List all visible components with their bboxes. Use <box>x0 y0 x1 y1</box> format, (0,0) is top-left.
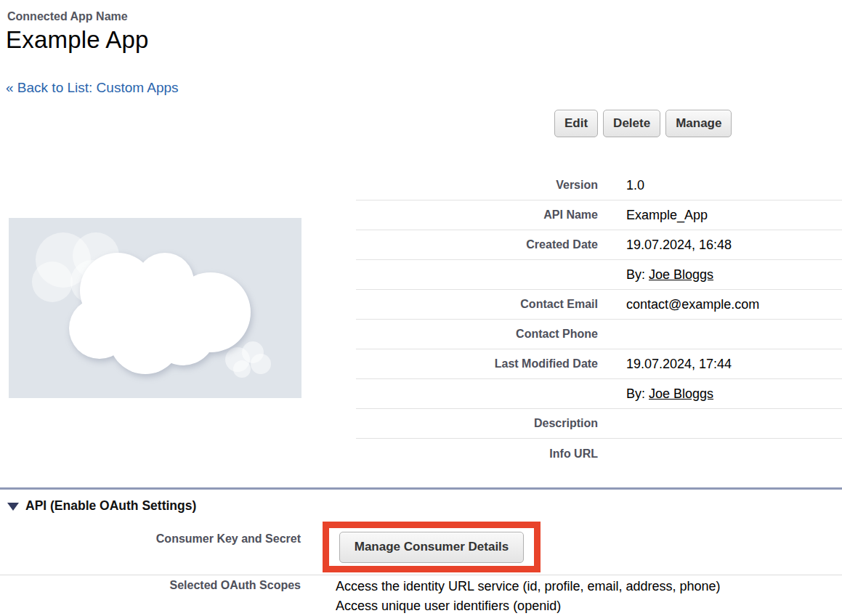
field-label: API Name <box>356 208 598 222</box>
back-to-list-link[interactable]: « Back to List: Custom Apps <box>6 80 179 96</box>
action-button-toolbar: Edit Delete Manage <box>554 110 732 137</box>
table-row-created-date: Created Date 19.07.2024, 16:48 <box>356 230 842 260</box>
field-label: Description <box>356 417 598 430</box>
field-value: By: Joe Bloggs <box>598 386 842 402</box>
app-logo-image <box>9 218 301 398</box>
table-row-modified-by: By: Joe Bloggs <box>356 379 842 409</box>
oauth-scope-item: Access the identity URL service (id, pro… <box>336 577 721 596</box>
field-label: Contact Phone <box>356 328 598 341</box>
field-label: Created Date <box>356 238 598 251</box>
modified-by-user-link[interactable]: Joe Bloggs <box>649 386 713 401</box>
app-detail-table: Version 1.0 API Name Example_App Created… <box>356 171 842 469</box>
oauth-scopes-values: Access the identity URL service (id, pro… <box>336 577 721 616</box>
oauth-section-header: API (Enable OAuth Settings) <box>7 498 196 514</box>
by-prefix: By: <box>626 386 649 401</box>
field-label: Info URL <box>356 447 598 461</box>
table-row-last-modified-date: Last Modified Date 19.07.2024, 17:44 <box>356 349 842 379</box>
consumer-key-secret-label: Consumer Key and Secret <box>0 532 301 546</box>
table-row-contact-phone: Contact Phone <box>356 320 842 349</box>
cloud-illustration-icon <box>9 218 301 398</box>
oauth-section-title: API (Enable OAuth Settings) <box>25 498 196 514</box>
created-by-user-link[interactable]: Joe Bloggs <box>649 267 713 282</box>
oauth-scope-item: Access unique user identifiers (openid) <box>336 596 721 616</box>
field-label: Contact Email <box>356 298 598 311</box>
field-value: By: Joe Bloggs <box>598 267 842 283</box>
field-value: Example_App <box>598 208 842 223</box>
delete-button[interactable]: Delete <box>603 110 660 137</box>
edit-button[interactable]: Edit <box>554 110 598 137</box>
red-highlight-annotation: Manage Consumer Details <box>323 522 541 572</box>
field-label: Version <box>356 179 598 192</box>
connected-app-detail-page: Connected App Name Example App « Back to… <box>0 0 842 616</box>
field-value: 19.07.2024, 17:44 <box>598 357 842 372</box>
section-divider <box>0 487 842 490</box>
by-prefix: By: <box>626 267 649 282</box>
selected-oauth-scopes-label: Selected OAuth Scopes <box>0 579 301 592</box>
table-row-description: Description <box>356 409 842 439</box>
field-label: Last Modified Date <box>356 357 598 370</box>
manage-consumer-details-button[interactable]: Manage Consumer Details <box>339 532 525 563</box>
field-value: 1.0 <box>598 178 842 193</box>
table-row-info-url: Info URL <box>356 439 842 469</box>
manage-button[interactable]: Manage <box>665 110 732 137</box>
table-row-contact-email: Contact Email contact@example.com <box>356 290 842 320</box>
page-title: Example App <box>6 26 149 54</box>
field-value: contact@example.com <box>598 297 842 312</box>
row-divider <box>0 575 842 575</box>
table-row-version: Version 1.0 <box>356 171 842 200</box>
connected-app-name-label: Connected App Name <box>7 10 128 23</box>
table-row-created-by: By: Joe Bloggs <box>356 260 842 290</box>
collapse-triangle-icon[interactable] <box>7 503 19 511</box>
table-row-api-name: API Name Example_App <box>356 200 842 230</box>
field-value: 19.07.2024, 16:48 <box>598 238 842 253</box>
